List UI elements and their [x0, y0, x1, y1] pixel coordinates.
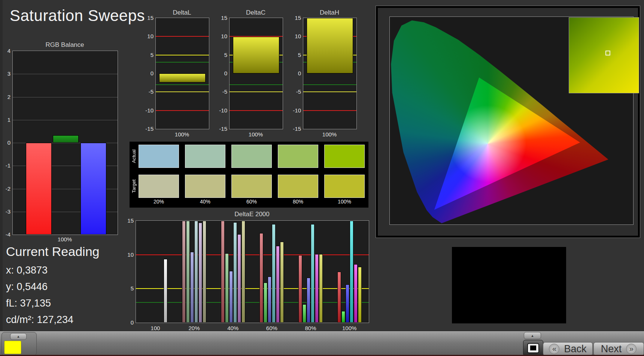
deltah-x-label: 100% [303, 131, 356, 138]
deltae-bar [319, 254, 323, 323]
deltae-bar [190, 252, 194, 323]
rgb-bar-green [53, 135, 79, 143]
corner-patch-widget: ▲ [1, 332, 37, 356]
y-tick-label: 5 [290, 52, 301, 58]
y-tick-label: 0 [142, 70, 154, 76]
back-button-label: Back [564, 343, 586, 355]
deltae-bar [280, 242, 284, 323]
pattern-expand-button[interactable]: ▲ [524, 332, 541, 339]
deltae-bar [259, 233, 263, 323]
reference-line [136, 288, 369, 289]
deltae-bar [203, 221, 206, 323]
deltae-bar [276, 246, 280, 323]
y-tick-label: 0 [123, 319, 134, 326]
y-tick-label: 15 [216, 15, 227, 21]
y-tick-label: 3 [0, 70, 10, 77]
actual-target-swatch-panel: Actual Target 20%40%60%80%100% [130, 142, 368, 208]
reference-line [303, 84, 356, 85]
deltae-group-label: 80% [291, 325, 330, 331]
back-chevron-icon: « [549, 344, 559, 354]
deltae-bar [233, 222, 237, 323]
y-tick-label: 10 [216, 33, 227, 39]
deltae-bar [350, 221, 353, 323]
reference-line [156, 84, 209, 85]
deltae-group-label: 100 [136, 325, 175, 331]
pattern-window-button[interactable] [523, 340, 543, 356]
reference-line [230, 84, 283, 85]
deltae-bar [264, 283, 267, 323]
y-tick-label: -1 [0, 162, 10, 169]
y-tick-label: 4 [0, 48, 10, 54]
reference-line [136, 254, 369, 255]
pattern-window-icon [527, 343, 539, 353]
y-tick-label: -5 [216, 88, 227, 95]
y-tick-label: -4 [0, 231, 10, 238]
deltae-bar [268, 277, 271, 323]
reference-line [156, 91, 209, 92]
deltae-bar [315, 254, 319, 323]
deltae-bar [186, 221, 190, 323]
corner-color-swatch [4, 341, 21, 354]
y-tick-label: 15 [290, 15, 301, 21]
y-tick-label: -15 [290, 126, 301, 132]
gridline [13, 74, 118, 74]
current-color-preview [569, 17, 639, 93]
back-button[interactable]: « Back [543, 342, 593, 356]
reference-line [136, 302, 369, 303]
y-tick-label: 10 [123, 251, 134, 258]
gridline [13, 120, 118, 120]
y-tick-label: 0 [290, 70, 301, 76]
actual-swatch [231, 145, 272, 168]
deltac-title: DeltaC [229, 9, 282, 16]
y-tick-label: 10 [142, 33, 154, 39]
deltal-title: DeltaL [155, 9, 209, 16]
reference-line [230, 110, 283, 111]
y-tick-label: -3 [0, 208, 10, 215]
y-tick-label: 5 [123, 285, 134, 292]
y-tick-label: 0 [216, 70, 227, 76]
actual-swatch [324, 145, 365, 168]
preview-marker [605, 51, 610, 55]
y-tick-label: -2 [0, 185, 10, 192]
deltae-bar [221, 221, 225, 323]
y-tick-label: 1 [0, 117, 10, 123]
reading-x-value: x: 0,3873 [6, 265, 48, 276]
y-tick-label: -10 [290, 107, 301, 114]
deltae-bar [303, 304, 306, 323]
next-button-label: Next [601, 343, 622, 355]
deltae-bar [358, 267, 362, 323]
y-tick-label: -15 [142, 126, 154, 132]
rgb-bar-blue [80, 143, 106, 235]
deltae-bar [311, 224, 315, 323]
reading-fl-value: fL: 37,135 [6, 298, 51, 309]
swatch-percent-label: 20% [139, 199, 179, 205]
calibration-app-window: Saturation Sweeps RGB Balance 43210-1-2-… [0, 0, 644, 356]
y-tick-label: 5 [142, 52, 154, 58]
deltae-bar [164, 259, 167, 323]
reference-line [303, 110, 356, 111]
gridline [13, 97, 118, 97]
actual-row-label: Actual [131, 145, 137, 168]
deltae-bar [198, 223, 202, 323]
deltae-bar [242, 221, 245, 323]
reference-line [156, 62, 209, 63]
y-tick-label: -10 [142, 107, 154, 114]
next-button[interactable]: Next » [593, 342, 644, 356]
corner-expand-button[interactable]: ▲ [10, 333, 27, 340]
deltah-chart: 151050-5-10-15 [303, 18, 357, 129]
y-tick-label: 15 [123, 217, 134, 224]
deltae-chart: 15105010020%40%60%80%100% [136, 220, 369, 323]
target-swatch [324, 175, 365, 198]
rgb-balance-title: RGB Balance [12, 41, 117, 49]
deltae-title: DeltaE 2000 [136, 211, 368, 218]
swatch-percent-label: 60% [231, 199, 272, 205]
deltae-group-label: 40% [213, 325, 252, 331]
y-tick-label: 15 [142, 15, 154, 21]
deltal-x-label: 100% [155, 131, 209, 138]
target-swatch [231, 175, 272, 198]
target-row-label: Target [131, 175, 137, 198]
deltac-x-label: 100% [229, 131, 282, 138]
reference-line [303, 91, 356, 92]
deltae-bar [194, 221, 198, 323]
actual-swatch [139, 145, 179, 168]
